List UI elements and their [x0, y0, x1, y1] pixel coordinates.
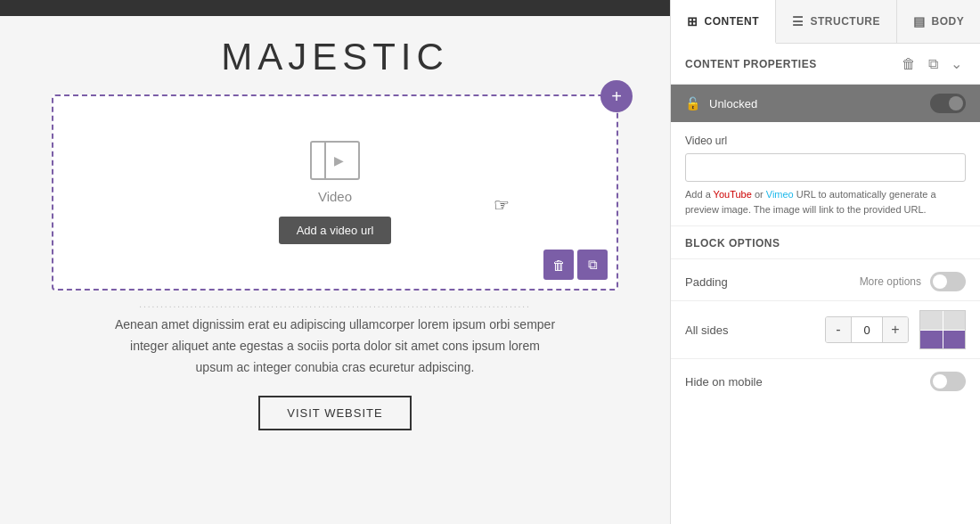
hide-mobile-label: Hide on mobile [685, 375, 763, 389]
section-actions: 🗑 ⧉ ⌄ [898, 53, 966, 74]
pg-cell-bl [920, 331, 943, 349]
divider: ........................................… [0, 299, 670, 309]
content-tab-icon: ⊞ [687, 14, 698, 29]
helper-pre: Add a [685, 189, 714, 200]
page-title: MAJESTIC [221, 36, 449, 78]
tab-content[interactable]: ⊞ CONTENT [671, 0, 776, 44]
hide-mobile-toggle[interactable] [930, 372, 966, 391]
video-url-helper: Add a YouTube or Vimeo URL to automatica… [685, 187, 966, 217]
cursor-icon: ☞ [494, 194, 510, 216]
collapse-properties-button[interactable]: ⌄ [947, 53, 966, 74]
stepper-minus-button[interactable]: - [826, 317, 851, 342]
padding-label: Padding [685, 275, 728, 289]
block-options-header: BLOCK OPTIONS [671, 226, 980, 259]
video-url-label: Video url [685, 135, 966, 147]
content-tab-label: CONTENT [705, 15, 760, 28]
tab-structure[interactable]: ☰ STRUCTURE [776, 0, 897, 43]
body-tab-icon: ▤ [913, 14, 926, 29]
hide-mobile-toggle-knob [933, 374, 947, 389]
unlocked-row: 🔓 Unlocked [671, 85, 980, 122]
structure-tab-label: STRUCTURE [811, 15, 881, 28]
block-options-title: BLOCK OPTIONS [685, 237, 966, 250]
tabs-bar: ⊞ CONTENT ☰ STRUCTURE ▤ BODY [671, 0, 980, 44]
video-label: Video [318, 189, 352, 204]
stepper-value-input[interactable] [851, 317, 883, 342]
toggle-knob [949, 96, 963, 111]
right-panel: ⊞ CONTENT ☰ STRUCTURE ▤ BODY CONTENT PRO… [670, 0, 980, 524]
body-tab-label: BODY [932, 15, 965, 28]
structure-tab-icon: ☰ [792, 14, 804, 29]
hide-mobile-row: Hide on mobile [671, 359, 980, 404]
tab-body[interactable]: ▤ BODY [897, 0, 980, 43]
block-toolbar: 🗑 ⧉ [543, 250, 608, 280]
helper-or: or [752, 189, 766, 200]
all-sides-label: All sides [685, 323, 728, 337]
video-placeholder-icon [310, 141, 360, 180]
padding-right: More options [860, 272, 966, 291]
pg-cell-br [943, 331, 966, 349]
add-block-button[interactable]: + [600, 80, 633, 112]
visit-website-button[interactable]: VISIT WEBSITE [258, 396, 411, 430]
add-video-url-button[interactable]: Add a video url [279, 217, 392, 244]
video-block: Video Add a video url + ☞ 🗑 ⧉ [52, 94, 618, 291]
left-panel: MAJESTIC Video Add a video url + ☞ 🗑 ⧉ .… [0, 0, 670, 524]
more-options-link[interactable]: More options [860, 275, 921, 288]
content-properties-header: CONTENT PROPERTIES 🗑 ⧉ ⌄ [671, 44, 980, 85]
unlocked-toggle[interactable] [930, 94, 966, 113]
video-url-input[interactable] [685, 153, 966, 182]
padding-toggle-knob [933, 274, 947, 289]
video-url-group: Video url Add a YouTube or Vimeo URL to … [671, 122, 980, 226]
vimeo-link[interactable]: Vimeo [766, 189, 794, 200]
padding-grid-icon[interactable] [919, 310, 966, 349]
pg-cell-tr [943, 311, 966, 330]
top-bar [0, 0, 670, 16]
duplicate-block-button[interactable]: ⧉ [577, 250, 608, 280]
padding-toggle[interactable] [930, 272, 966, 291]
youtube-link[interactable]: YouTube [714, 189, 752, 200]
copy-properties-button[interactable]: ⧉ [925, 54, 942, 74]
delete-block-button[interactable]: 🗑 [543, 250, 574, 280]
padding-stepper: - + [825, 316, 909, 343]
delete-properties-button[interactable]: 🗑 [898, 54, 919, 74]
all-sides-row: All sides - + [671, 301, 980, 359]
body-text: Aenean amet dignissim erat eu adipiscing… [112, 315, 558, 378]
padding-row: Padding More options [671, 259, 980, 301]
unlock-icon: 🔓 [685, 96, 700, 111]
pg-cell-tl [920, 311, 943, 330]
all-sides-controls: - + [825, 310, 966, 349]
stepper-plus-button[interactable]: + [883, 317, 908, 342]
unlocked-label: Unlocked [709, 97, 921, 111]
content-properties-title: CONTENT PROPERTIES [685, 58, 817, 70]
